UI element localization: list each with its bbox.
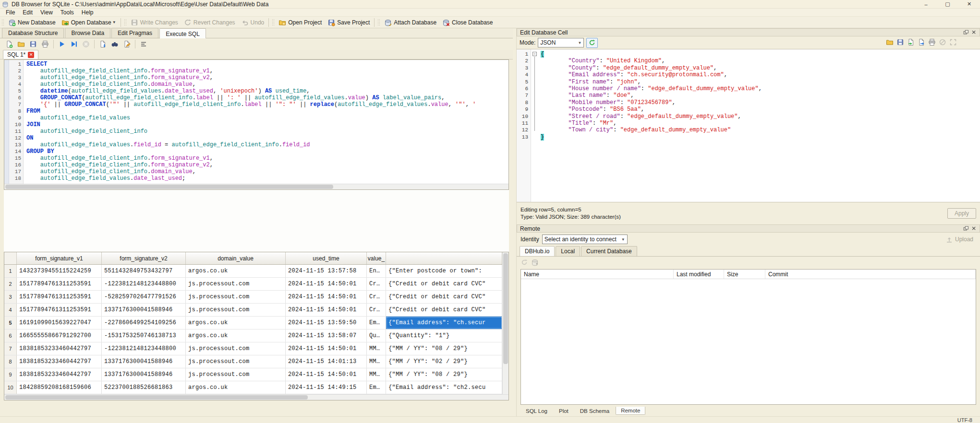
fullscreen-button[interactable] <box>949 38 957 47</box>
table-cell[interactable]: Qu… <box>367 329 386 342</box>
stop-button[interactable] <box>81 39 91 49</box>
table-cell[interactable]: 16191099015639227047 <box>17 317 102 329</box>
open-sql-file-button[interactable] <box>16 39 26 49</box>
dock-tab-db-schema[interactable]: DB Schema <box>575 407 615 415</box>
write-changes-button[interactable]: Write Changes <box>128 17 181 28</box>
table-cell[interactable]: 2024-11-15 14:50:01 <box>286 342 367 355</box>
reformat-button[interactable] <box>586 38 598 48</box>
row-number[interactable]: 1 <box>4 265 17 277</box>
table-cell[interactable]: 18428859208168159606 <box>17 381 102 394</box>
open-project-button[interactable]: Open Project <box>276 17 325 28</box>
row-number[interactable]: 3 <box>4 291 17 303</box>
table-cell[interactable]: 2024-11-15 13:58:07 <box>286 329 367 342</box>
execute-current-button[interactable] <box>69 39 79 49</box>
table-cell[interactable]: js.processout.com <box>186 342 286 355</box>
table-cell[interactable]: 18381853233460442797 <box>17 355 102 368</box>
table-cell[interactable]: argos.co.uk <box>186 317 286 329</box>
new-sql-tab-button[interactable] <box>4 39 14 49</box>
grid-vscrollbar[interactable] <box>502 252 508 394</box>
remote-tab-local[interactable]: Local <box>556 246 580 256</box>
table-cell[interactable]: {"Credit or debit card CVC" <box>386 304 502 316</box>
identity-select[interactable]: Select an identity to connect▼ <box>542 235 628 244</box>
table-cell[interactable]: 15177894761311253591 <box>17 304 102 316</box>
row-number[interactable]: 5 <box>4 317 17 329</box>
tab-execute-sql[interactable]: Execute SQL <box>159 28 206 38</box>
tab-database-structure[interactable]: Database Structure <box>2 28 64 38</box>
dock-tab-remote[interactable]: Remote <box>616 407 645 415</box>
remote-tab-current-database[interactable]: Current Database <box>581 246 637 256</box>
save-sql-file-button[interactable] <box>28 39 38 49</box>
edit-button[interactable] <box>121 39 132 49</box>
table-cell[interactable]: 2024-11-15 14:50:01 <box>286 291 367 303</box>
format-button[interactable] <box>138 39 149 49</box>
close-icon[interactable]: ✕ <box>28 52 34 58</box>
import-button[interactable] <box>907 38 915 47</box>
column-header-value_[interactable]: value_ <box>367 252 386 264</box>
dock-tab-sql-log[interactable]: SQL Log <box>520 407 553 415</box>
undo-button[interactable]: Undo <box>238 17 267 28</box>
table-cell[interactable]: 2024-11-15 14:01:13 <box>286 355 367 368</box>
row-number[interactable]: 2 <box>4 278 17 290</box>
column-header-used_time[interactable]: used_time <box>286 252 367 264</box>
table-cell[interactable]: {"Enter postcode or town": <box>386 265 502 277</box>
sync-icon[interactable] <box>520 258 528 266</box>
table-cell[interactable]: js.processout.com <box>186 304 286 316</box>
menu-file[interactable]: File <box>2 9 19 16</box>
remote-column-name[interactable]: Name <box>521 270 674 279</box>
table-cell[interactable]: 2024-11-15 14:50:01 <box>286 304 367 316</box>
minimize-button[interactable]: – <box>915 0 937 9</box>
remote-column-last-modified[interactable]: Last modified <box>674 270 724 279</box>
table-cell[interactable]: Em… <box>367 317 386 329</box>
sql-editor[interactable]: 123456789101112131415161718 SELECT autof… <box>4 59 509 190</box>
table-cell[interactable]: {"MM / YY": "08 / 29"} <box>386 342 502 355</box>
table-cell[interactable]: -1531753250746138713 <box>102 329 186 342</box>
json-fold-margin[interactable]: − <box>531 49 540 202</box>
column-header-form_signature_v1[interactable]: form_signature_v1 <box>17 252 102 264</box>
row-number[interactable]: 7 <box>4 342 17 355</box>
table-cell[interactable]: 2024-11-15 14:50:01 <box>286 368 367 381</box>
table-cell[interactable]: 16655555866791292700 <box>17 329 102 342</box>
table-cell[interactable]: 14323739455115224259 <box>17 265 102 277</box>
remote-column-commit[interactable]: Commit <box>765 270 976 279</box>
table-cell[interactable]: {"Email address": "ch.secur <box>386 317 502 329</box>
table-cell[interactable]: {"Quantity": "1"} <box>386 329 502 342</box>
execute-all-button[interactable] <box>57 39 67 49</box>
table-cell[interactable]: Em… <box>367 381 386 394</box>
table-cell[interactable]: MM… <box>367 342 386 355</box>
table-cell[interactable]: js.processout.com <box>186 355 286 368</box>
sql-tab[interactable]: SQL 1* ✕ <box>3 50 38 59</box>
table-cell[interactable]: 2024-11-15 13:57:58 <box>286 265 367 277</box>
row-number[interactable]: 9 <box>4 368 17 381</box>
json-code[interactable]: { "Country": "United Kingdom", "County":… <box>540 49 980 202</box>
table-cell[interactable]: js.processout.com <box>186 368 286 381</box>
table-cell[interactable]: 18381853233460442797 <box>17 368 102 381</box>
menu-view[interactable]: View <box>36 9 57 16</box>
row-number[interactable]: 10 <box>4 381 17 394</box>
table-cell[interactable]: -5282597026477791526 <box>102 291 186 303</box>
print-button[interactable] <box>40 39 50 49</box>
upload-button[interactable]: Upload <box>945 235 976 243</box>
table-cell[interactable]: Cr… <box>367 278 386 290</box>
table-cell[interactable]: argos.co.uk <box>186 329 286 342</box>
table-cell[interactable]: js.processout.com <box>186 291 286 303</box>
grid-hscrollbar[interactable] <box>4 394 508 400</box>
close-panel-icon[interactable] <box>971 29 978 36</box>
menu-tools[interactable]: Tools <box>57 9 78 16</box>
mode-select[interactable]: JSON▼ <box>538 38 584 47</box>
fold-collapse-icon[interactable]: − <box>532 52 537 56</box>
table-cell[interactable]: 15177894761311253591 <box>17 291 102 303</box>
attach-database-button[interactable]: Attach Database <box>381 17 439 28</box>
column-header-form_signature_v2[interactable]: form_signature_v2 <box>102 252 186 264</box>
column-header-expr[interactable] <box>386 252 502 264</box>
float-panel-icon[interactable] <box>963 225 969 232</box>
close-panel-icon[interactable] <box>971 225 978 232</box>
save-results-button[interactable] <box>97 39 108 49</box>
column-header-domain_value[interactable]: domain_value <box>186 252 286 264</box>
menu-help[interactable]: Help <box>78 9 97 16</box>
dock-tab-plot[interactable]: Plot <box>554 407 574 415</box>
table-cell[interactable]: En… <box>367 265 386 277</box>
table-cell[interactable]: argos.co.uk <box>186 265 286 277</box>
table-cell[interactable]: 1337176300041588946 <box>102 304 186 316</box>
table-cell[interactable]: 2024-11-15 13:59:50 <box>286 317 367 329</box>
table-cell[interactable]: Cr… <box>367 304 386 316</box>
